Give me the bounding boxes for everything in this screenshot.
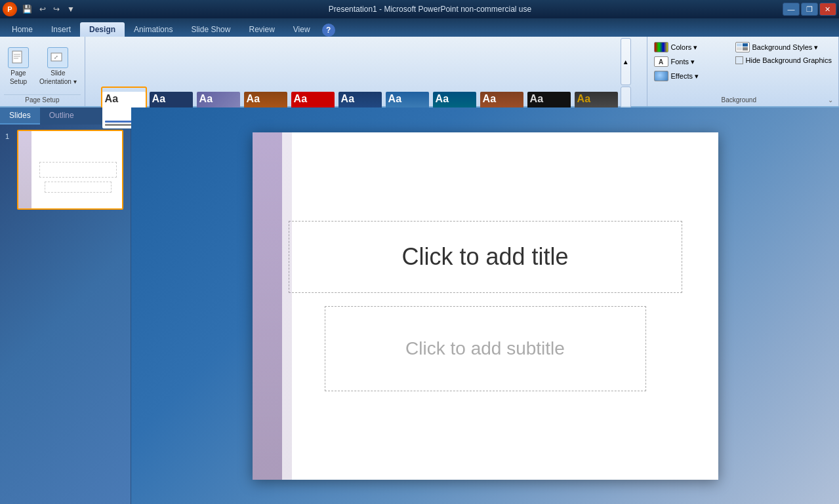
background-group: Colors ▾ A Fonts ▾ Effects ▾ <box>647 37 839 106</box>
svg-rect-6 <box>737 43 742 47</box>
redo-button[interactable]: ↪ <box>51 3 62 15</box>
outline-tab[interactable]: Outline <box>40 107 83 125</box>
orientation-icon: ⤢ <box>47 47 68 68</box>
slide-canvas: Click to add title Click to add subtitle <box>253 132 718 480</box>
page-setup-group: Page Setup ⤢ Slide Orientation ▾ Page Se… <box>0 37 85 106</box>
theme-options-left: Colors ▾ A Fonts ▾ Effects ▾ <box>651 41 730 92</box>
slides-panel: Slides Outline ✕ 1 <box>0 107 131 504</box>
ribbon-tabs: Home Insert Design Animations Slide Show… <box>0 18 839 37</box>
window-controls: — ❐ ✕ <box>783 3 836 16</box>
svg-rect-7 <box>743 43 748 47</box>
svg-rect-8 <box>737 47 742 50</box>
hide-bg-label: Hide Background Graphics <box>746 56 832 64</box>
page-setup-label: Page <box>10 69 26 77</box>
page-setup-button[interactable]: Page Setup <box>4 45 33 88</box>
hide-bg-checkbox[interactable] <box>735 56 743 64</box>
bg-styles-icon <box>735 42 750 52</box>
theme-aa-office: Aa <box>105 93 118 105</box>
slide-thumbnails: 1 <box>0 125 131 504</box>
slide-title-text: Click to add title <box>401 243 568 271</box>
canvas-area: Click to add title Click to add subtitle <box>131 107 839 504</box>
theme-aa-7: Aa <box>388 93 401 105</box>
theme-aa-8: Aa <box>436 93 449 105</box>
theme-aa-10: Aa <box>530 93 543 105</box>
slide-thumb-container-1: 1 <box>5 130 125 210</box>
theme-aa-9: Aa <box>483 93 496 105</box>
slide-subtitle-box[interactable]: Click to add subtitle <box>325 306 646 391</box>
ribbon: Page Setup ⤢ Slide Orientation ▾ Page Se… <box>0 37 839 107</box>
slide-accent-left <box>253 132 282 480</box>
slide-title-box[interactable]: Click to add title <box>289 221 682 293</box>
theme-aa-4: Aa <box>247 93 260 105</box>
background-group-label: Background <box>651 95 827 105</box>
colors-icon <box>654 42 668 52</box>
fonts-icon: A <box>654 56 668 67</box>
orientation-label: Slide <box>51 69 65 77</box>
slide-thumbnail-1[interactable] <box>17 130 123 210</box>
quick-access-toolbar: 💾 ↩ ↪ ▼ <box>20 3 77 15</box>
bg-styles-label: Background Styles ▾ <box>752 43 819 52</box>
effects-label: Effects ▾ <box>671 72 699 81</box>
hide-background-button[interactable]: Hide Background Graphics <box>733 55 834 66</box>
app-logo: P <box>3 2 17 16</box>
theme-aa-2: Aa <box>152 93 165 105</box>
theme-aa-11: Aa <box>577 93 590 105</box>
orientation-label2: Orientation ▾ <box>39 78 77 85</box>
fonts-button[interactable]: A Fonts ▾ <box>651 55 730 68</box>
titlebar: P 💾 ↩ ↪ ▼ Presentation1 - Microsoft Powe… <box>0 0 839 18</box>
help-button[interactable]: ? <box>322 24 335 37</box>
qa-dropdown-button[interactable]: ▼ <box>64 3 77 15</box>
themes-scroll-up[interactable]: ▲ <box>621 38 631 85</box>
maximize-button[interactable]: ❐ <box>801 3 818 16</box>
logo-text: P <box>7 5 12 13</box>
titlebar-left: P 💾 ↩ ↪ ▼ <box>3 2 77 16</box>
effects-button[interactable]: Effects ▾ <box>651 69 730 83</box>
page-setup-label2: Setup <box>10 78 27 85</box>
background-expand-button[interactable]: ⌄ <box>827 95 834 105</box>
tab-animations[interactable]: Animations <box>125 22 182 37</box>
page-icon-svg <box>10 50 26 66</box>
tab-review[interactable]: Review <box>239 22 283 37</box>
close-button[interactable]: ✕ <box>819 3 836 16</box>
window-title: Presentation1 - Microsoft PowerPoint non… <box>329 5 531 14</box>
bg-left-right: Colors ▾ A Fonts ▾ Effects ▾ <box>651 41 834 92</box>
theme-aa-5: Aa <box>294 93 307 105</box>
tab-view[interactable]: View <box>284 22 319 37</box>
theme-options-right: Background Styles ▾ Hide Background Grap… <box>733 41 834 92</box>
background-controls: Colors ▾ A Fonts ▾ Effects ▾ <box>651 38 834 95</box>
orientation-icon-svg: ⤢ <box>50 50 66 66</box>
tab-slideshow[interactable]: Slide Show <box>182 22 239 37</box>
theme-aa-6: Aa <box>341 93 354 105</box>
svg-rect-9 <box>743 47 748 50</box>
tab-home[interactable]: Home <box>3 22 42 37</box>
svg-rect-0 <box>12 51 22 63</box>
background-styles-button[interactable]: Background Styles ▾ <box>733 41 834 54</box>
theme-aa-3: Aa <box>199 93 213 105</box>
colors-button[interactable]: Colors ▾ <box>651 41 730 54</box>
tab-design[interactable]: Design <box>80 22 125 37</box>
main-area: Slides Outline ✕ 1 <box>0 107 839 504</box>
undo-button[interactable]: ↩ <box>37 3 49 15</box>
page-setup-group-label: Page Setup <box>4 94 81 105</box>
slide-orientation-button[interactable]: ⤢ Slide Orientation ▾ <box>35 45 81 88</box>
fonts-label: Fonts ▾ <box>671 58 695 66</box>
slide-subtitle-text: Click to add subtitle <box>405 338 565 359</box>
bg-styles-svg <box>737 43 748 51</box>
bg-group-footer: Background ⌄ <box>651 95 834 105</box>
save-button[interactable]: 💾 <box>20 3 35 15</box>
slide-number-1: 1 <box>5 130 14 140</box>
effects-icon <box>654 71 668 81</box>
tab-insert[interactable]: Insert <box>42 22 80 37</box>
svg-text:⤢: ⤢ <box>54 54 58 60</box>
slides-tab[interactable]: Slides <box>0 107 40 125</box>
page-setup-buttons: Page Setup ⤢ Slide Orientation ▾ <box>4 38 81 94</box>
minimize-button[interactable]: — <box>783 3 800 16</box>
colors-label: Colors ▾ <box>671 43 698 52</box>
page-setup-icon <box>8 47 29 68</box>
themes-group: Aa Aa <box>85 37 647 106</box>
slide-thumb-inner-1 <box>18 131 122 208</box>
